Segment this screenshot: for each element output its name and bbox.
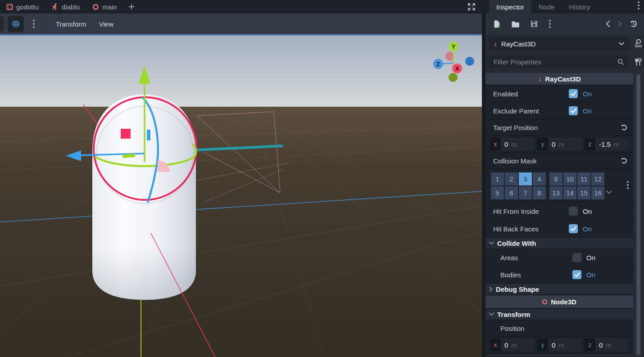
axis-chip-y: y bbox=[537, 339, 548, 351]
field-value: 0 bbox=[548, 140, 555, 148]
inspector-toolbar bbox=[485, 14, 644, 34]
axis-z-label: Z bbox=[436, 61, 440, 68]
target-position-vector: x 0 m y 0 m z -1.5 bbox=[485, 136, 633, 153]
position-z-field[interactable]: z 0 m bbox=[585, 339, 629, 351]
history-forward-button[interactable] bbox=[617, 20, 622, 27]
checkbox-state-label: On bbox=[583, 90, 592, 98]
mask-cell-16[interactable]: 16 bbox=[591, 186, 604, 199]
hit-back-faces-checkbox[interactable] bbox=[569, 224, 578, 233]
position-y-field[interactable]: y 0 m bbox=[537, 339, 581, 351]
menu-view[interactable]: View bbox=[93, 20, 120, 28]
section-header-node3d[interactable]: Node3D bbox=[485, 295, 633, 309]
checkbox-state-label: On bbox=[583, 208, 592, 215]
viewport-toolbar: Transform View bbox=[0, 14, 482, 34]
target-position-x-field[interactable]: x 0 m bbox=[490, 138, 534, 150]
mask-cell-2[interactable]: 2 bbox=[505, 172, 518, 185]
plane-handle-red[interactable] bbox=[121, 129, 131, 139]
mask-cell-4[interactable]: 4 bbox=[533, 172, 546, 185]
axis-chip-y: y bbox=[537, 138, 548, 150]
revert-collision-mask-button[interactable] bbox=[621, 157, 628, 164]
distraction-free-mode-button[interactable] bbox=[467, 3, 476, 11]
scene-tab-godottu[interactable]: godottu bbox=[0, 0, 45, 14]
mask-cell-12[interactable]: 12 bbox=[591, 172, 604, 185]
target-position-z-field[interactable]: z -1.5 m bbox=[585, 138, 629, 150]
save-resource-button[interactable] bbox=[530, 20, 538, 28]
field-unit: m bbox=[558, 140, 564, 148]
mask-cell-5[interactable]: 5 bbox=[491, 186, 504, 199]
load-resource-button[interactable] bbox=[511, 20, 520, 28]
field-value: -1.5 bbox=[595, 140, 611, 148]
mask-cell-8[interactable]: 8 bbox=[533, 186, 546, 199]
mask-cell-6[interactable]: 6 bbox=[505, 186, 518, 199]
mask-cell-11[interactable]: 11 bbox=[577, 172, 590, 185]
property-row-areas: Areas On bbox=[485, 249, 633, 267]
add-scene-tab-button[interactable] bbox=[123, 0, 140, 14]
chevron-down-icon bbox=[489, 241, 494, 245]
scene-tab-main[interactable]: main bbox=[86, 0, 123, 14]
scene-tab-strip: godottu diablo main bbox=[0, 0, 482, 14]
mask-menu-icon[interactable] bbox=[626, 180, 630, 190]
character-body-3d-icon bbox=[51, 3, 59, 10]
mask-cell-14[interactable]: 14 bbox=[563, 186, 576, 199]
tool-button-partial[interactable] bbox=[0, 16, 4, 32]
filter-properties-input[interactable] bbox=[494, 58, 617, 66]
use-local-space-toggle[interactable] bbox=[8, 16, 24, 32]
mask-cell-9[interactable]: 9 bbox=[549, 172, 562, 185]
target-position-y-field[interactable]: y 0 m bbox=[537, 138, 581, 150]
globe-icon bbox=[11, 19, 20, 28]
new-resource-button[interactable] bbox=[493, 20, 501, 28]
tab-label: Node bbox=[539, 3, 555, 11]
mask-cell-10[interactable]: 10 bbox=[563, 172, 576, 185]
property-row-bodies: Bodies On bbox=[485, 267, 633, 284]
hit-from-inside-checkbox[interactable] bbox=[569, 207, 578, 216]
inspector-dock: ↓ RayCast3D bbox=[482, 14, 644, 357]
revert-target-position-button[interactable] bbox=[621, 124, 628, 131]
mask-cell-13[interactable]: 13 bbox=[549, 186, 562, 199]
tab-inspector[interactable]: Inspector bbox=[489, 0, 531, 14]
plane-handle-blue[interactable] bbox=[147, 130, 150, 140]
property-tools-button[interactable] bbox=[634, 58, 643, 68]
checkbox-state-label: On bbox=[583, 107, 592, 115]
group-header-collide-with[interactable]: Collide With bbox=[485, 238, 633, 249]
property-list: ↓ RayCast3D Enabled On bbox=[485, 73, 633, 354]
exclude-parent-checkbox[interactable] bbox=[569, 106, 578, 115]
tab-history[interactable]: History bbox=[562, 0, 598, 14]
axis-chip-x: x bbox=[490, 138, 501, 150]
axis-neg-y[interactable] bbox=[449, 73, 458, 82]
property-label: Target Position bbox=[493, 124, 569, 131]
field-value: 0 bbox=[548, 341, 555, 349]
history-icon bbox=[630, 20, 638, 28]
field-value: 0 bbox=[595, 341, 603, 349]
field-unit: m bbox=[511, 140, 517, 148]
filter-properties-box bbox=[489, 55, 629, 68]
group-header-transform[interactable]: Transform bbox=[485, 309, 633, 321]
inspector-scrollbar[interactable] bbox=[636, 74, 640, 355]
revert-icon bbox=[621, 157, 628, 164]
position-x-field[interactable]: x 0 m bbox=[490, 339, 534, 351]
3d-viewport[interactable]: Y Z X bbox=[0, 34, 482, 357]
mask-cell-7[interactable]: 7 bbox=[519, 186, 532, 199]
object-history-button[interactable] bbox=[630, 20, 638, 28]
menu-transform[interactable]: Transform bbox=[50, 20, 93, 28]
mask-cell-15[interactable]: 15 bbox=[577, 186, 590, 199]
resource-menu-icon[interactable] bbox=[548, 19, 552, 29]
axis-neg-z[interactable] bbox=[465, 57, 474, 66]
plus-icon bbox=[128, 3, 135, 10]
viewport-menu-icon[interactable] bbox=[32, 19, 36, 29]
areas-checkbox[interactable] bbox=[572, 253, 581, 262]
enabled-checkbox[interactable] bbox=[569, 89, 578, 98]
mask-expand-chevron[interactable] bbox=[606, 188, 612, 196]
mask-cell-1[interactable]: 1 bbox=[491, 172, 504, 185]
new-resource-icon bbox=[493, 20, 501, 28]
bodies-checkbox[interactable] bbox=[572, 270, 581, 279]
section-header-raycast3d[interactable]: ↓ RayCast3D bbox=[485, 73, 633, 86]
open-docs-button[interactable]: DOC bbox=[634, 39, 644, 50]
node-selector[interactable]: ↓ RayCast3D bbox=[489, 37, 629, 50]
tab-node[interactable]: Node bbox=[531, 0, 562, 14]
mask-cell-3[interactable]: 3 bbox=[519, 172, 532, 185]
group-header-debug-shape[interactable]: Debug Shape bbox=[485, 284, 633, 295]
property-row-collision-mask: Collision Mask bbox=[485, 153, 633, 169]
dock-menu-icon[interactable] bbox=[637, 0, 640, 10]
history-back-button[interactable] bbox=[605, 20, 610, 27]
scene-tab-diablo[interactable]: diablo bbox=[45, 0, 86, 14]
